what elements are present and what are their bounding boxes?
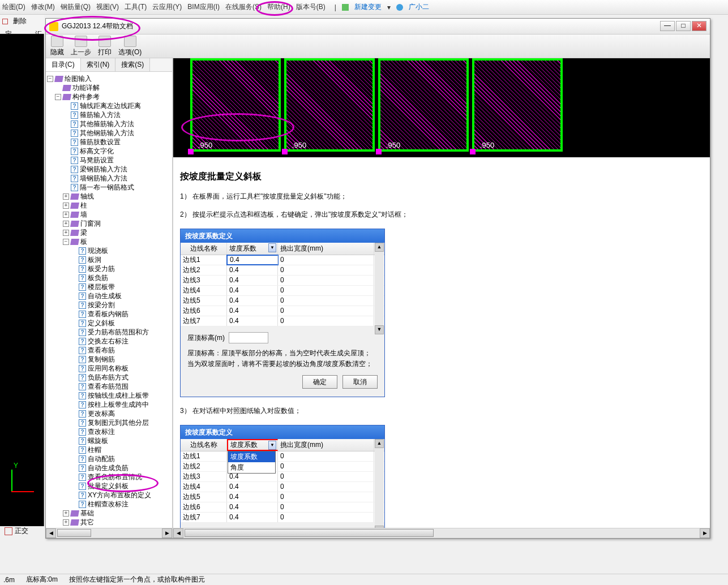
tree-item[interactable]: ?柱帽查改标注 xyxy=(47,500,171,509)
tree-item[interactable]: ?自动配筋 xyxy=(47,454,171,463)
tree-item[interactable]: +墙 xyxy=(47,210,171,219)
new-change-button[interactable]: 新建变更 xyxy=(354,2,382,12)
tree-item[interactable]: ?箍筋肢数设置 xyxy=(47,137,171,147)
menu-online[interactable]: 在线服务(S) xyxy=(225,2,262,12)
tree-item[interactable]: ?板负筋 xyxy=(47,273,171,282)
tree-item[interactable]: ?查改标注 xyxy=(47,427,171,436)
scroll-left-icon[interactable]: ◀ xyxy=(173,528,183,538)
table-row[interactable]: 边线60.40 xyxy=(181,306,384,316)
menu-tools[interactable]: 工具(T) xyxy=(125,2,147,12)
hide-button[interactable]: 隐藏 xyxy=(50,36,64,57)
tree-item[interactable]: −板 xyxy=(47,237,171,246)
table-row[interactable]: 边线40.40 xyxy=(181,482,384,492)
tree-item[interactable]: ?更改标高 xyxy=(47,409,171,418)
tree-item[interactable]: ?隔一布一钢筋格式 xyxy=(47,183,171,192)
slope-type-dropdown[interactable]: 坡度系数 角度 xyxy=(228,451,276,474)
table-row[interactable]: 边线50.40 xyxy=(181,492,384,502)
table-row[interactable]: 边线30.40 xyxy=(181,472,384,482)
scroll-down-icon[interactable]: ▼ xyxy=(375,325,384,334)
menu-draw[interactable]: 绘图(D) xyxy=(2,2,25,12)
tree-item[interactable]: ?应用同名称板 xyxy=(47,364,171,373)
tree-item[interactable]: ?定义斜板 xyxy=(47,319,171,328)
cancel-button[interactable]: 取消 xyxy=(342,375,378,389)
tree-item[interactable]: ?马凳筋设置 xyxy=(47,156,171,165)
tree-item[interactable]: ?自动生成板 xyxy=(47,291,171,300)
maximize-button[interactable]: □ xyxy=(676,21,691,31)
tree-item[interactable]: +轴线 xyxy=(47,192,171,201)
table-row[interactable]: 边线40.40 xyxy=(181,286,384,296)
delete-button[interactable]: 删除 xyxy=(10,15,29,27)
tree-item[interactable]: ?按柱上板带生成跨中 xyxy=(47,400,171,409)
tree-item[interactable]: +基础 xyxy=(47,509,171,518)
tab-index[interactable]: 索引(N) xyxy=(81,58,116,71)
table-row[interactable]: 边线30.40 xyxy=(181,276,384,286)
menu-modify[interactable]: 修改(M) xyxy=(31,2,55,12)
menu-rebar[interactable]: 钢筋量(Q) xyxy=(61,2,91,12)
table-row[interactable]: 边线70.40 xyxy=(181,513,384,523)
scroll-right-icon[interactable]: ▶ xyxy=(162,528,172,538)
menu-view[interactable]: 视图(V) xyxy=(96,2,119,12)
table-row[interactable]: 边线20.40 xyxy=(181,265,384,276)
scroll-up-icon[interactable]: ▲ xyxy=(375,439,384,448)
tree-item[interactable]: ?自动生成负筋 xyxy=(47,463,171,472)
menu-cloud[interactable]: 云应用(Y) xyxy=(152,2,182,12)
tree-item[interactable]: ?查看负筋布置情况 xyxy=(47,472,171,481)
dialog-vscroll[interactable]: ▲ ▼ xyxy=(375,243,384,334)
table-row[interactable]: 边线10.40 xyxy=(181,255,384,265)
tree-item[interactable]: ?板洞 xyxy=(47,255,171,264)
tree-item[interactable]: +门窗洞 xyxy=(47,219,171,228)
tree-item[interactable]: ?查看板内钢筋 xyxy=(47,309,171,319)
minimize-button[interactable]: — xyxy=(660,21,675,31)
tree-item[interactable]: ?批量定义斜板 xyxy=(47,481,171,491)
tree-item[interactable]: ?受力筋布筋范围和方 xyxy=(47,328,171,337)
help-titlebar[interactable]: GGJ2013 12.4帮助文档 — □ ✕ xyxy=(46,19,710,35)
tree-item[interactable]: ?查看布筋 xyxy=(47,346,171,355)
tree-item[interactable]: 功能详解 xyxy=(47,83,171,92)
scroll-up-icon[interactable]: ▲ xyxy=(375,243,384,252)
dialog-vscroll[interactable]: ▲ ▼ xyxy=(375,439,384,535)
print-button[interactable]: 打印 xyxy=(98,36,112,57)
table-row[interactable]: 边线60.40 xyxy=(181,502,384,513)
table-row[interactable]: 边线20 xyxy=(181,462,384,472)
tree-item[interactable]: ?梁钢筋输入方法 xyxy=(47,165,171,174)
tree-item[interactable]: ?XY方向布置板的定义 xyxy=(47,491,171,500)
roof-elev-input[interactable] xyxy=(229,332,268,343)
user-label[interactable]: 广小二 xyxy=(409,2,429,12)
close-button[interactable]: ✕ xyxy=(692,21,706,31)
chevron-down-icon[interactable]: ▼ xyxy=(268,441,276,450)
table-row[interactable]: 边线50.40 xyxy=(181,296,384,306)
tree-item[interactable]: ?其他箍筋输入方法 xyxy=(47,119,171,128)
tree-item[interactable]: ?箍筋输入方法 xyxy=(47,110,171,119)
tree-item[interactable]: ?按轴线生成柱上板带 xyxy=(47,391,171,400)
tree-item[interactable]: ?标高文字化 xyxy=(47,147,171,156)
tree-item[interactable]: ?复制图元到其他分层 xyxy=(47,418,171,427)
back-button[interactable]: 上一步 xyxy=(71,36,91,57)
dropdown-opt-slope[interactable]: 坡度系数 xyxy=(228,451,275,462)
tree-item[interactable]: ?螺旋板 xyxy=(47,436,171,445)
table-row[interactable]: 边线70.40 xyxy=(181,316,384,326)
scroll-left-icon[interactable]: ◀ xyxy=(46,528,56,538)
col-slope[interactable]: 坡度系数▼ xyxy=(227,243,278,255)
tree-item[interactable]: −构件参考 xyxy=(47,92,171,101)
tab-catalog[interactable]: 目录(C) xyxy=(46,58,81,71)
table-row[interactable]: 边线10 xyxy=(181,451,384,462)
tree-item[interactable]: ?复制钢筋 xyxy=(47,355,171,364)
tree-item[interactable]: ?墙钢筋输入方法 xyxy=(47,174,171,183)
menu-help[interactable]: 帮助(H) xyxy=(267,2,290,12)
help-tree[interactable]: −绘图输入功能详解−构件参考?轴线距离左边线距离?箍筋输入方法?其他箍筋输入方法… xyxy=(46,72,172,528)
tab-search[interactable]: 搜索(S) xyxy=(115,58,150,71)
tree-item[interactable]: ?查看布筋范围 xyxy=(47,382,171,391)
ok-button[interactable]: 确定 xyxy=(302,375,337,389)
tree-item[interactable]: ?其他钢筋输入方法 xyxy=(47,128,171,137)
menu-bim[interactable]: BIM应用(I) xyxy=(187,2,220,12)
tree-item[interactable]: ?现浇板 xyxy=(47,246,171,255)
tree-item[interactable]: ?板受力筋 xyxy=(47,264,171,273)
content-hscroll[interactable]: ◀ ▶ xyxy=(173,528,710,538)
menu-version[interactable]: 版本号(B) xyxy=(296,2,326,12)
tree-hscroll[interactable]: ◀ ▶ xyxy=(46,528,172,538)
tree-item[interactable]: ?负筋布筋方式 xyxy=(47,373,171,382)
tree-item[interactable]: +梁 xyxy=(47,228,171,237)
tree-item[interactable]: ?按梁分割 xyxy=(47,300,171,309)
tree-item[interactable]: ?轴线距离左边线距离 xyxy=(47,101,171,110)
options-button[interactable]: 选项(O) xyxy=(118,36,142,57)
